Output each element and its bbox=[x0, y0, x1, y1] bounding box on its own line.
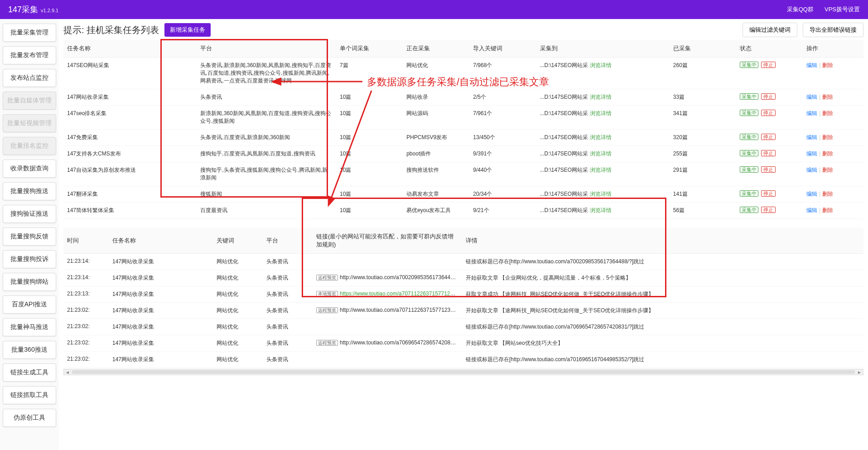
delete-link[interactable]: 删除 bbox=[822, 207, 833, 213]
cell-keyword: 网站优化 bbox=[213, 270, 263, 286]
preview-tag[interactable]: 远程预览 bbox=[316, 307, 338, 313]
delete-link[interactable]: 删除 bbox=[822, 134, 833, 140]
log-url[interactable]: http://www.toutiao.com/a7069654728657420… bbox=[340, 339, 461, 346]
browse-link[interactable]: 浏览详情 bbox=[590, 150, 612, 157]
cell-import-kw: 9/440个 bbox=[469, 162, 536, 186]
sidebar-item-10[interactable]: 批量搜狗投诉 bbox=[3, 250, 56, 268]
cell-time: 21:23:14: bbox=[63, 254, 109, 270]
browse-link[interactable]: 浏览详情 bbox=[590, 94, 612, 100]
sidebar-item-16[interactable]: 链接抓取工具 bbox=[3, 386, 56, 404]
edit-link[interactable]: 编辑 bbox=[806, 94, 817, 100]
cell-import-kw: 13/450个 bbox=[469, 130, 536, 146]
horizontal-scrollbar[interactable]: ◄ ► bbox=[63, 369, 863, 375]
sidebar-item-7[interactable]: 批量搜狗推送 bbox=[3, 182, 56, 200]
edit-link[interactable]: 编辑 bbox=[806, 134, 817, 140]
stop-button[interactable]: 停止 bbox=[761, 207, 776, 213]
edit-link[interactable]: 编辑 bbox=[806, 191, 817, 197]
browse-link[interactable]: 浏览详情 bbox=[590, 167, 612, 173]
cell-detail: 链接或标题已存在[http://www.toutiao.com/a7069654… bbox=[462, 319, 863, 335]
scroll-right-icon[interactable]: ► bbox=[857, 369, 862, 375]
delete-link[interactable]: 删除 bbox=[822, 150, 833, 157]
stop-button[interactable]: 停止 bbox=[761, 110, 776, 116]
annotation-text: 多数据源多任务采集/自动过滤已采集文章 bbox=[363, 74, 553, 90]
stop-button[interactable]: 停止 bbox=[761, 134, 776, 140]
cell-keyword: 网站优化 bbox=[213, 319, 263, 335]
cell-keyword: 网站优化 bbox=[213, 303, 263, 319]
cell-collected: 341篇 bbox=[670, 106, 736, 130]
edit-link[interactable]: 编辑 bbox=[806, 207, 817, 213]
sidebar-item-9[interactable]: 批量搜狗反馈 bbox=[3, 227, 56, 246]
log-url[interactable]: http://www.toutiao.com/a7071122637157712… bbox=[340, 307, 461, 313]
cell-link bbox=[313, 319, 462, 335]
stop-button[interactable]: 停止 bbox=[761, 93, 776, 100]
sidebar-item-2[interactable]: 发布站点监控 bbox=[3, 69, 56, 87]
sidebar-item-1[interactable]: 批量发布管理 bbox=[3, 46, 56, 64]
sidebar-item-8[interactable]: 搜狗验证推送 bbox=[3, 205, 56, 223]
edit-link[interactable]: 编辑 bbox=[806, 110, 817, 116]
edit-filter-button[interactable]: 编辑过滤关键词 bbox=[743, 23, 797, 37]
th-import-kw: 导入关键词 bbox=[469, 40, 536, 58]
cell-link bbox=[313, 352, 462, 368]
cell-collecting: PHPCMSV9发布 bbox=[403, 130, 469, 146]
cell-collect-to: ...D:\147SEO网站采 浏览详情 bbox=[536, 130, 670, 146]
sidebar-item-14[interactable]: 批量360推送 bbox=[3, 341, 56, 359]
browse-link[interactable]: 浏览详情 bbox=[590, 134, 612, 140]
cell-detail: 链接或标题已存在[http://www.toutiao.com/a7016965… bbox=[462, 352, 863, 368]
edit-link[interactable]: 编辑 bbox=[806, 167, 817, 173]
cell-status: 采集中停止 bbox=[736, 58, 803, 89]
cell-ops: 编辑|删除 bbox=[803, 89, 863, 106]
cell-time: 21:23:14: bbox=[63, 270, 109, 286]
th-log-task: 任务名称 bbox=[109, 228, 213, 254]
th-status: 状态 bbox=[736, 40, 803, 58]
cell-per-word: 10篇 bbox=[336, 130, 403, 146]
sidebar-item-4: 批量短视频管理 bbox=[3, 114, 56, 132]
sidebar-item-15[interactable]: 链接生成工具 bbox=[3, 363, 56, 382]
scroll-thumb[interactable] bbox=[72, 370, 855, 374]
edit-link[interactable]: 编辑 bbox=[806, 62, 817, 68]
header-link-vps[interactable]: VPS拨号设置 bbox=[825, 5, 860, 14]
header-link-qq[interactable]: 采集QQ群 bbox=[787, 5, 814, 14]
sidebar-item-11[interactable]: 批量搜狗绑站 bbox=[3, 273, 56, 291]
browse-link[interactable]: 浏览详情 bbox=[590, 191, 612, 197]
cell-collect-to: ...D:\147SEO网站采 浏览详情 bbox=[536, 58, 670, 89]
sidebar-item-0[interactable]: 批量采集管理 bbox=[3, 24, 56, 42]
stop-button[interactable]: 停止 bbox=[761, 150, 776, 156]
sidebar-item-12[interactable]: 百度API推送 bbox=[3, 295, 56, 314]
export-errors-button[interactable]: 导出全部错误链接 bbox=[803, 23, 863, 37]
app-title: 147采集 bbox=[8, 4, 38, 15]
delete-link[interactable]: 删除 bbox=[822, 191, 833, 197]
th-collect-to: 采集到 bbox=[536, 40, 670, 58]
log-row: 21:23:02:147网站收录采集网站优化头条资讯远程预览http://www… bbox=[63, 335, 863, 352]
browse-link[interactable]: 浏览详情 bbox=[590, 62, 612, 68]
delete-link[interactable]: 删除 bbox=[822, 167, 833, 173]
preview-tag[interactable]: 远程预览 bbox=[316, 340, 338, 346]
cell-import-kw: 7/961个 bbox=[469, 106, 536, 130]
cell-task: 147网站收录采集 bbox=[109, 286, 213, 303]
th-log-time: 时间 bbox=[63, 228, 109, 254]
browse-link[interactable]: 浏览详情 bbox=[590, 110, 612, 116]
cell-detail: 开始获取文章 【网站seo优化技巧大全】 bbox=[462, 335, 863, 352]
sidebar-item-17[interactable]: 伪原创工具 bbox=[3, 409, 56, 427]
cell-time: 21:23:02: bbox=[63, 319, 109, 335]
scroll-left-icon[interactable]: ◄ bbox=[65, 369, 70, 375]
sidebar-item-3: 批量自媒体管理 bbox=[3, 92, 56, 110]
cell-collected: 260篇 bbox=[670, 58, 736, 89]
cell-task: 147网站收录采集 bbox=[109, 352, 213, 368]
delete-link[interactable]: 删除 bbox=[822, 62, 833, 68]
cell-keyword: 网站优化 bbox=[213, 335, 263, 352]
delete-link[interactable]: 删除 bbox=[822, 94, 833, 100]
sidebar-item-6[interactable]: 收录数据查询 bbox=[3, 160, 56, 178]
sidebar-item-13[interactable]: 批量神马推送 bbox=[3, 318, 56, 336]
cell-platform: 头条资讯 bbox=[263, 319, 313, 335]
cell-collect-to: ...D:\147SEO网站采 浏览详情 bbox=[536, 106, 670, 130]
edit-link[interactable]: 编辑 bbox=[806, 150, 817, 157]
cell-link: 远程预览http://www.toutiao.com/a707112263715… bbox=[313, 303, 462, 319]
cell-per-word: 10篇 bbox=[336, 146, 403, 162]
stop-button[interactable]: 停止 bbox=[761, 166, 776, 173]
stop-button[interactable]: 停止 bbox=[761, 190, 776, 197]
th-ops: 操作 bbox=[803, 40, 863, 58]
cell-keyword: 网站优化 bbox=[213, 352, 263, 368]
new-task-button[interactable]: 新增采集任务 bbox=[164, 23, 211, 37]
stop-button[interactable]: 停止 bbox=[761, 62, 776, 68]
delete-link[interactable]: 删除 bbox=[822, 110, 833, 116]
